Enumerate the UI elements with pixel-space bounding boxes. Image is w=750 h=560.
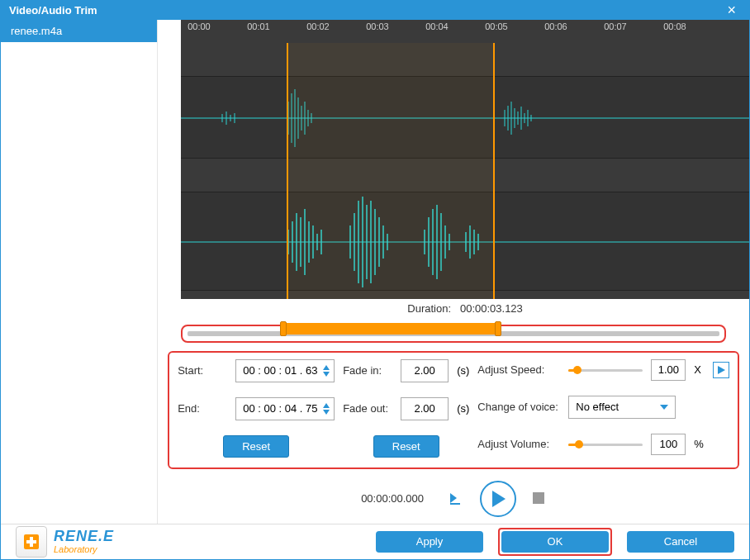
volume-slider[interactable] xyxy=(568,439,643,450)
speed-input[interactable] xyxy=(651,359,686,381)
tick-label: 00:01 xyxy=(247,21,270,31)
titlebar: Video/Audio Trim × xyxy=(1,1,749,20)
voice-select[interactable]: No effect xyxy=(568,396,676,419)
cancel-button[interactable]: Cancel xyxy=(627,531,734,553)
apply-button[interactable]: Apply xyxy=(376,531,483,553)
duration-value: 00:00:03.123 xyxy=(460,302,523,315)
svg-marker-58 xyxy=(660,405,668,410)
file-sidebar: renee.m4a xyxy=(1,20,158,524)
playback-time: 00:00:00.000 xyxy=(361,492,424,505)
footer: RENE.E Laboratory Apply OK Cancel xyxy=(1,524,749,559)
svg-marker-54 xyxy=(323,372,330,377)
adjust-column: Adjust Speed: X Change of voi xyxy=(477,359,729,458)
trim-selection[interactable] xyxy=(287,43,495,299)
plus-icon xyxy=(21,531,42,553)
svg-rect-65 xyxy=(26,540,36,543)
tick-label: 00:06 xyxy=(544,21,567,31)
tick-label: 00:00 xyxy=(188,21,211,31)
speed-label: Adjust Speed: xyxy=(477,363,560,376)
duration-row: Duration: 00:00:03.123 xyxy=(181,299,749,318)
seek-selection xyxy=(283,323,498,335)
svg-marker-53 xyxy=(323,365,330,370)
seek-bar[interactable] xyxy=(181,325,726,343)
play-button[interactable] xyxy=(480,481,516,517)
brand-name: RENE.E xyxy=(54,529,114,543)
controls-box: Start: End: xyxy=(168,351,739,469)
logo-icon xyxy=(16,526,47,558)
seek-handle-start[interactable] xyxy=(280,321,287,336)
svg-marker-55 xyxy=(323,403,330,408)
svg-marker-61 xyxy=(492,491,506,507)
fade-unit: (s) xyxy=(457,402,469,415)
volume-unit: % xyxy=(694,438,704,450)
svg-marker-59 xyxy=(450,493,457,503)
fadein-label: Fade in: xyxy=(343,364,392,377)
brand-logo: RENE.E Laboratory xyxy=(16,526,114,558)
voice-value: No effect xyxy=(576,401,619,413)
tick-label: 00:07 xyxy=(604,21,627,31)
start-time-input[interactable] xyxy=(235,359,335,382)
svg-rect-62 xyxy=(533,492,544,504)
tick-label: 00:08 xyxy=(663,21,686,31)
start-time-field[interactable] xyxy=(243,364,317,377)
tick-label: 00:04 xyxy=(425,21,449,31)
close-icon[interactable]: × xyxy=(722,2,741,19)
reset-trim-button[interactable]: Reset xyxy=(223,435,289,458)
ok-highlight: OK xyxy=(498,528,612,556)
preview-speed-button[interactable] xyxy=(713,362,729,378)
tick-label: 00:02 xyxy=(306,21,330,31)
fadeout-input[interactable] xyxy=(401,397,449,420)
brand-sub: Laboratory xyxy=(54,545,114,554)
fade-column: Fade in: (s) Fade out: (s) Reset xyxy=(343,359,469,458)
main-panel: 00:00 00:01 00:02 00:03 00:04 00:05 00:0… xyxy=(158,20,749,524)
duration-label: Duration: xyxy=(407,302,451,315)
play-icon xyxy=(491,491,506,507)
ok-button[interactable]: OK xyxy=(501,531,609,553)
fadeout-label: Fade out: xyxy=(343,402,392,415)
volume-label: Adjust Volume: xyxy=(477,438,560,450)
chevron-down-icon xyxy=(660,405,668,410)
playback-bar: 00:00:00.000 xyxy=(158,469,749,524)
play-icon xyxy=(717,366,725,374)
tick-label: 00:05 xyxy=(485,21,508,31)
footer-buttons: Apply OK Cancel xyxy=(376,528,734,556)
window-title: Video/Audio Trim xyxy=(9,4,97,17)
end-time-field[interactable] xyxy=(243,402,317,415)
speed-slider[interactable] xyxy=(568,364,643,376)
trim-column: Start: End: xyxy=(178,359,335,458)
end-time-input[interactable] xyxy=(235,397,335,420)
spinner-up-icon[interactable] xyxy=(322,364,330,371)
svg-marker-56 xyxy=(323,410,330,415)
voice-label: Change of voice: xyxy=(477,401,560,413)
spinner-up-icon[interactable] xyxy=(322,402,330,409)
spinner-down-icon[interactable] xyxy=(322,409,330,415)
body: renee.m4a 00:00 00:01 00:02 00:03 00:04 … xyxy=(1,20,749,524)
end-label: End: xyxy=(178,402,227,415)
start-label: Start: xyxy=(178,364,227,377)
goto-end-icon[interactable] xyxy=(449,491,463,506)
svg-marker-57 xyxy=(718,366,725,374)
waveform-area[interactable] xyxy=(181,43,749,299)
seek-handle-end[interactable] xyxy=(495,321,501,336)
timeline-ruler: 00:00 00:01 00:02 00:03 00:04 00:05 00:0… xyxy=(181,20,749,43)
file-list-item[interactable]: renee.m4a xyxy=(1,20,157,42)
app-window: Video/Audio Trim × renee.m4a 00:00 00:01… xyxy=(0,0,750,560)
speed-unit: X xyxy=(694,363,701,376)
stop-button[interactable] xyxy=(533,492,546,505)
reset-fade-button[interactable]: Reset xyxy=(373,435,439,458)
fade-unit: (s) xyxy=(457,364,469,377)
volume-input[interactable] xyxy=(651,434,686,455)
tick-label: 00:03 xyxy=(366,21,389,31)
spinner-down-icon[interactable] xyxy=(322,371,330,377)
fadein-input[interactable] xyxy=(401,359,449,382)
